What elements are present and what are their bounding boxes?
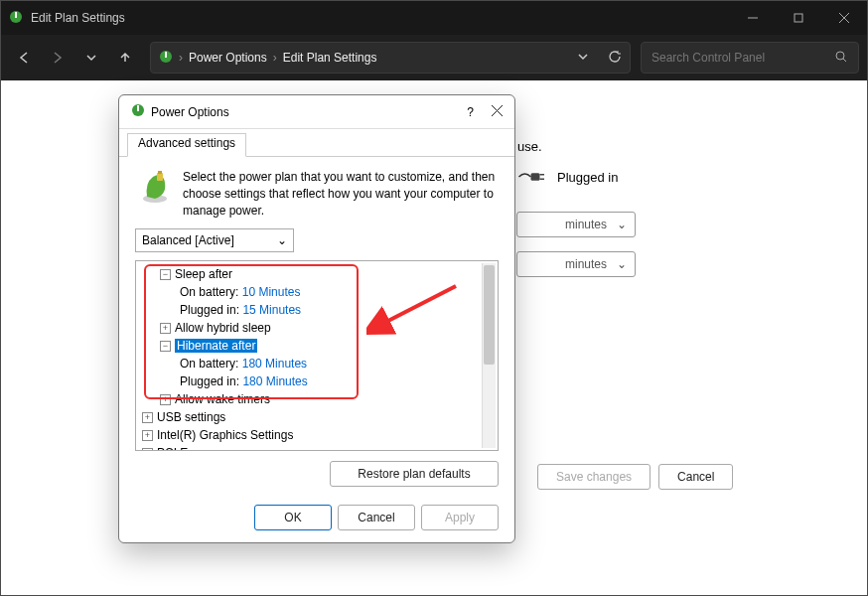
svg-rect-3 [795, 14, 802, 22]
address-icon [159, 50, 173, 67]
tree-label: PCI Express [157, 446, 223, 450]
search-box[interactable] [641, 42, 859, 74]
tree-item-pci[interactable]: +PCI Express [142, 444, 474, 450]
tree-label: Intel(R) Graphics Settings [157, 428, 293, 442]
svg-rect-14 [137, 105, 139, 111]
scrollbar-thumb[interactable] [484, 265, 495, 365]
tree-scrollbar[interactable] [482, 263, 496, 448]
bg-combo-1[interactable]: minutes ⌄ [516, 212, 636, 237]
chevron-right-icon: › [271, 51, 279, 65]
minimize-button[interactable] [730, 1, 776, 35]
tree-label: Plugged in: [180, 374, 239, 388]
search-input[interactable] [651, 51, 834, 65]
tree-label: Plugged in: [180, 303, 239, 317]
tree-value[interactable]: 180 Minutes [242, 357, 307, 371]
plugged-in-header: Plugged in [517, 168, 618, 186]
tree-item-sleep-battery[interactable]: On battery: 10 Minutes [142, 283, 474, 301]
chevron-down-icon: ⌄ [617, 257, 627, 271]
power-plan-value: Balanced [Active] [142, 233, 234, 247]
tree-item-hibernate-plugged[interactable]: Plugged in: 180 Minutes [142, 372, 474, 390]
search-icon[interactable] [834, 50, 848, 67]
cancel-button-bg[interactable]: Cancel [658, 464, 733, 490]
tree-label-selected: Hibernate after [175, 339, 257, 353]
back-button[interactable] [9, 43, 39, 73]
tree-label: Sleep after [175, 267, 232, 281]
tree-item-usb-settings[interactable]: +USB settings [142, 408, 474, 426]
apply-button[interactable]: Apply [421, 505, 499, 530]
tree-item-hibernate-after[interactable]: −Hibernate after [142, 337, 474, 355]
up-button[interactable] [110, 43, 140, 73]
navigation-toolbar: › Power Options › Edit Plan Settings [1, 35, 867, 80]
svg-rect-10 [531, 173, 540, 181]
svg-rect-19 [158, 171, 162, 174]
power-plan-dropdown[interactable]: Balanced [Active] ⌄ [135, 228, 294, 252]
breadcrumb-a[interactable]: Power Options [189, 51, 267, 65]
tree-label: On battery: [180, 357, 238, 371]
window-titlebar: Edit Plan Settings [1, 1, 867, 35]
expand-icon[interactable]: + [160, 394, 171, 405]
dialog-tabs: Advanced settings [119, 129, 514, 157]
forward-button[interactable] [43, 43, 72, 73]
tree-item-sleep-plugged[interactable]: Plugged in: 15 Minutes [142, 301, 474, 319]
chevron-right-icon: › [177, 51, 185, 65]
save-changes-button[interactable]: Save changes [537, 464, 651, 490]
address-bar[interactable]: › Power Options › Edit Plan Settings [150, 42, 631, 74]
dialog-titlebar: Power Options ? [119, 95, 514, 129]
svg-line-9 [843, 59, 846, 62]
bg-combo-1-text: minutes [565, 218, 607, 231]
app-icon [9, 10, 23, 27]
refresh-button[interactable] [608, 50, 622, 67]
dialog-close-button[interactable] [492, 105, 503, 119]
collapse-icon[interactable]: − [160, 341, 171, 352]
dialog-description: Select the power plan that you want to c… [183, 169, 497, 219]
close-button[interactable] [821, 1, 867, 35]
maximize-button[interactable] [776, 1, 821, 35]
tree-item-hybrid-sleep[interactable]: +Allow hybrid sleep [142, 319, 474, 337]
tree-item-graphics[interactable]: +Intel(R) Graphics Settings [142, 426, 474, 444]
svg-rect-7 [165, 52, 167, 58]
bg-combo-2-text: minutes [565, 257, 607, 271]
tree-label: USB settings [157, 410, 225, 424]
collapse-icon[interactable]: − [160, 269, 171, 280]
plugged-in-label: Plugged in [557, 170, 618, 185]
expand-icon[interactable]: + [142, 430, 153, 441]
chevron-down-icon: ⌄ [617, 218, 627, 231]
tree-label: Allow wake timers [175, 392, 270, 406]
dialog-icon [131, 103, 145, 120]
tree-label: On battery: [180, 285, 238, 299]
settings-tree: −Sleep after On battery: 10 Minutes Plug… [135, 260, 499, 451]
address-dropdown-icon[interactable] [578, 51, 588, 65]
bg-text-use: use. [517, 139, 542, 154]
chevron-down-icon: ⌄ [277, 233, 287, 247]
svg-point-8 [836, 52, 844, 60]
tab-advanced-settings[interactable]: Advanced settings [127, 133, 246, 157]
window-title: Edit Plan Settings [31, 11, 125, 25]
tree-value[interactable]: 180 Minutes [242, 374, 307, 388]
expand-icon[interactable]: + [142, 448, 153, 451]
tree-value[interactable]: 10 Minutes [242, 285, 301, 299]
ok-button[interactable]: OK [254, 505, 332, 530]
battery-icon [137, 169, 173, 219]
bg-combo-2[interactable]: minutes ⌄ [516, 251, 636, 277]
tree-item-wake-timers[interactable]: +Allow wake timers [142, 390, 474, 408]
help-button[interactable]: ? [467, 105, 474, 119]
svg-rect-18 [157, 173, 163, 181]
recent-dropdown[interactable] [76, 43, 106, 73]
tree-item-sleep-after[interactable]: −Sleep after [142, 265, 474, 283]
power-options-dialog: Power Options ? Advanced settings Select… [118, 94, 515, 543]
breadcrumb-b[interactable]: Edit Plan Settings [283, 51, 377, 65]
tree-item-hibernate-battery[interactable]: On battery: 180 Minutes [142, 355, 474, 372]
svg-rect-1 [15, 12, 17, 18]
expand-icon[interactable]: + [160, 323, 171, 334]
expand-icon[interactable]: + [142, 412, 153, 423]
tree-value[interactable]: 15 Minutes [242, 303, 301, 317]
tree-label: Allow hybrid sleep [175, 321, 271, 335]
cancel-button[interactable]: Cancel [338, 505, 415, 530]
restore-defaults-button[interactable]: Restore plan defaults [330, 461, 499, 487]
dialog-title: Power Options [151, 105, 229, 119]
plug-icon [517, 168, 547, 186]
